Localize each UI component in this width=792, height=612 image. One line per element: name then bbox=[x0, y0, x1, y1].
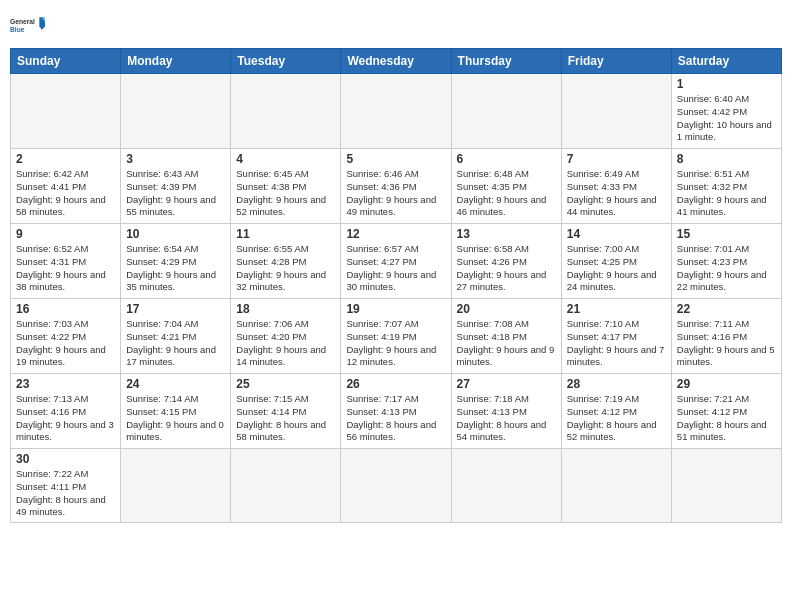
day-number: 3 bbox=[126, 152, 225, 166]
calendar-cell bbox=[231, 449, 341, 523]
day-info: Sunrise: 7:10 AM Sunset: 4:17 PM Dayligh… bbox=[567, 318, 666, 369]
svg-text:Blue: Blue bbox=[10, 26, 25, 33]
day-number: 10 bbox=[126, 227, 225, 241]
day-info: Sunrise: 6:48 AM Sunset: 4:35 PM Dayligh… bbox=[457, 168, 556, 219]
day-info: Sunrise: 6:43 AM Sunset: 4:39 PM Dayligh… bbox=[126, 168, 225, 219]
calendar-cell: 20Sunrise: 7:08 AM Sunset: 4:18 PM Dayli… bbox=[451, 299, 561, 374]
calendar-cell: 13Sunrise: 6:58 AM Sunset: 4:26 PM Dayli… bbox=[451, 224, 561, 299]
day-info: Sunrise: 7:13 AM Sunset: 4:16 PM Dayligh… bbox=[16, 393, 115, 444]
day-number: 15 bbox=[677, 227, 776, 241]
day-number: 25 bbox=[236, 377, 335, 391]
calendar-cell: 22Sunrise: 7:11 AM Sunset: 4:16 PM Dayli… bbox=[671, 299, 781, 374]
calendar-cell bbox=[121, 449, 231, 523]
calendar-cell: 2Sunrise: 6:42 AM Sunset: 4:41 PM Daylig… bbox=[11, 149, 121, 224]
calendar-cell: 5Sunrise: 6:46 AM Sunset: 4:36 PM Daylig… bbox=[341, 149, 451, 224]
day-number: 8 bbox=[677, 152, 776, 166]
calendar-cell: 17Sunrise: 7:04 AM Sunset: 4:21 PM Dayli… bbox=[121, 299, 231, 374]
calendar-cell: 21Sunrise: 7:10 AM Sunset: 4:17 PM Dayli… bbox=[561, 299, 671, 374]
weekday-header: Friday bbox=[561, 49, 671, 74]
logo-icon: GeneralBlue bbox=[10, 10, 46, 40]
calendar-cell: 14Sunrise: 7:00 AM Sunset: 4:25 PM Dayli… bbox=[561, 224, 671, 299]
day-number: 24 bbox=[126, 377, 225, 391]
calendar-cell bbox=[121, 74, 231, 149]
calendar-cell: 12Sunrise: 6:57 AM Sunset: 4:27 PM Dayli… bbox=[341, 224, 451, 299]
day-number: 13 bbox=[457, 227, 556, 241]
calendar-cell: 18Sunrise: 7:06 AM Sunset: 4:20 PM Dayli… bbox=[231, 299, 341, 374]
day-info: Sunrise: 6:57 AM Sunset: 4:27 PM Dayligh… bbox=[346, 243, 445, 294]
day-number: 9 bbox=[16, 227, 115, 241]
day-info: Sunrise: 6:40 AM Sunset: 4:42 PM Dayligh… bbox=[677, 93, 776, 144]
day-info: Sunrise: 7:07 AM Sunset: 4:19 PM Dayligh… bbox=[346, 318, 445, 369]
day-info: Sunrise: 6:46 AM Sunset: 4:36 PM Dayligh… bbox=[346, 168, 445, 219]
calendar-cell: 15Sunrise: 7:01 AM Sunset: 4:23 PM Dayli… bbox=[671, 224, 781, 299]
day-info: Sunrise: 6:54 AM Sunset: 4:29 PM Dayligh… bbox=[126, 243, 225, 294]
calendar-cell bbox=[341, 74, 451, 149]
calendar-cell bbox=[231, 74, 341, 149]
day-info: Sunrise: 7:06 AM Sunset: 4:20 PM Dayligh… bbox=[236, 318, 335, 369]
calendar-cell: 1Sunrise: 6:40 AM Sunset: 4:42 PM Daylig… bbox=[671, 74, 781, 149]
day-info: Sunrise: 7:22 AM Sunset: 4:11 PM Dayligh… bbox=[16, 468, 115, 519]
day-info: Sunrise: 6:52 AM Sunset: 4:31 PM Dayligh… bbox=[16, 243, 115, 294]
day-info: Sunrise: 7:21 AM Sunset: 4:12 PM Dayligh… bbox=[677, 393, 776, 444]
day-info: Sunrise: 7:04 AM Sunset: 4:21 PM Dayligh… bbox=[126, 318, 225, 369]
calendar-page: GeneralBlue SundayMondayTuesdayWednesday… bbox=[0, 0, 792, 612]
calendar-cell bbox=[451, 74, 561, 149]
calendar-cell: 11Sunrise: 6:55 AM Sunset: 4:28 PM Dayli… bbox=[231, 224, 341, 299]
calendar-cell bbox=[341, 449, 451, 523]
weekday-header: Wednesday bbox=[341, 49, 451, 74]
day-number: 16 bbox=[16, 302, 115, 316]
day-number: 30 bbox=[16, 452, 115, 466]
day-info: Sunrise: 6:49 AM Sunset: 4:33 PM Dayligh… bbox=[567, 168, 666, 219]
day-info: Sunrise: 7:08 AM Sunset: 4:18 PM Dayligh… bbox=[457, 318, 556, 369]
day-info: Sunrise: 7:14 AM Sunset: 4:15 PM Dayligh… bbox=[126, 393, 225, 444]
day-number: 4 bbox=[236, 152, 335, 166]
day-number: 14 bbox=[567, 227, 666, 241]
day-number: 2 bbox=[16, 152, 115, 166]
weekday-header: Saturday bbox=[671, 49, 781, 74]
calendar-cell: 16Sunrise: 7:03 AM Sunset: 4:22 PM Dayli… bbox=[11, 299, 121, 374]
calendar-cell bbox=[561, 449, 671, 523]
calendar-cell: 4Sunrise: 6:45 AM Sunset: 4:38 PM Daylig… bbox=[231, 149, 341, 224]
weekday-header: Thursday bbox=[451, 49, 561, 74]
day-number: 18 bbox=[236, 302, 335, 316]
day-info: Sunrise: 7:19 AM Sunset: 4:12 PM Dayligh… bbox=[567, 393, 666, 444]
day-number: 21 bbox=[567, 302, 666, 316]
day-info: Sunrise: 7:17 AM Sunset: 4:13 PM Dayligh… bbox=[346, 393, 445, 444]
weekday-header: Sunday bbox=[11, 49, 121, 74]
day-info: Sunrise: 7:00 AM Sunset: 4:25 PM Dayligh… bbox=[567, 243, 666, 294]
calendar-cell bbox=[451, 449, 561, 523]
logo: GeneralBlue bbox=[10, 10, 46, 40]
calendar-cell bbox=[671, 449, 781, 523]
day-info: Sunrise: 6:55 AM Sunset: 4:28 PM Dayligh… bbox=[236, 243, 335, 294]
calendar-cell: 24Sunrise: 7:14 AM Sunset: 4:15 PM Dayli… bbox=[121, 374, 231, 449]
day-number: 26 bbox=[346, 377, 445, 391]
day-info: Sunrise: 6:51 AM Sunset: 4:32 PM Dayligh… bbox=[677, 168, 776, 219]
day-number: 6 bbox=[457, 152, 556, 166]
calendar-cell: 6Sunrise: 6:48 AM Sunset: 4:35 PM Daylig… bbox=[451, 149, 561, 224]
day-number: 29 bbox=[677, 377, 776, 391]
day-number: 1 bbox=[677, 77, 776, 91]
day-number: 20 bbox=[457, 302, 556, 316]
day-info: Sunrise: 7:03 AM Sunset: 4:22 PM Dayligh… bbox=[16, 318, 115, 369]
day-info: Sunrise: 7:15 AM Sunset: 4:14 PM Dayligh… bbox=[236, 393, 335, 444]
day-number: 17 bbox=[126, 302, 225, 316]
day-info: Sunrise: 7:18 AM Sunset: 4:13 PM Dayligh… bbox=[457, 393, 556, 444]
calendar-cell: 10Sunrise: 6:54 AM Sunset: 4:29 PM Dayli… bbox=[121, 224, 231, 299]
day-number: 27 bbox=[457, 377, 556, 391]
day-info: Sunrise: 7:11 AM Sunset: 4:16 PM Dayligh… bbox=[677, 318, 776, 369]
day-info: Sunrise: 6:45 AM Sunset: 4:38 PM Dayligh… bbox=[236, 168, 335, 219]
day-number: 19 bbox=[346, 302, 445, 316]
day-number: 12 bbox=[346, 227, 445, 241]
calendar-cell: 19Sunrise: 7:07 AM Sunset: 4:19 PM Dayli… bbox=[341, 299, 451, 374]
calendar-cell: 25Sunrise: 7:15 AM Sunset: 4:14 PM Dayli… bbox=[231, 374, 341, 449]
day-number: 23 bbox=[16, 377, 115, 391]
day-info: Sunrise: 6:58 AM Sunset: 4:26 PM Dayligh… bbox=[457, 243, 556, 294]
calendar-cell: 29Sunrise: 7:21 AM Sunset: 4:12 PM Dayli… bbox=[671, 374, 781, 449]
calendar-table: SundayMondayTuesdayWednesdayThursdayFrid… bbox=[10, 48, 782, 523]
calendar-cell bbox=[11, 74, 121, 149]
day-info: Sunrise: 6:42 AM Sunset: 4:41 PM Dayligh… bbox=[16, 168, 115, 219]
day-number: 7 bbox=[567, 152, 666, 166]
day-number: 28 bbox=[567, 377, 666, 391]
day-info: Sunrise: 7:01 AM Sunset: 4:23 PM Dayligh… bbox=[677, 243, 776, 294]
header: GeneralBlue bbox=[10, 10, 782, 40]
